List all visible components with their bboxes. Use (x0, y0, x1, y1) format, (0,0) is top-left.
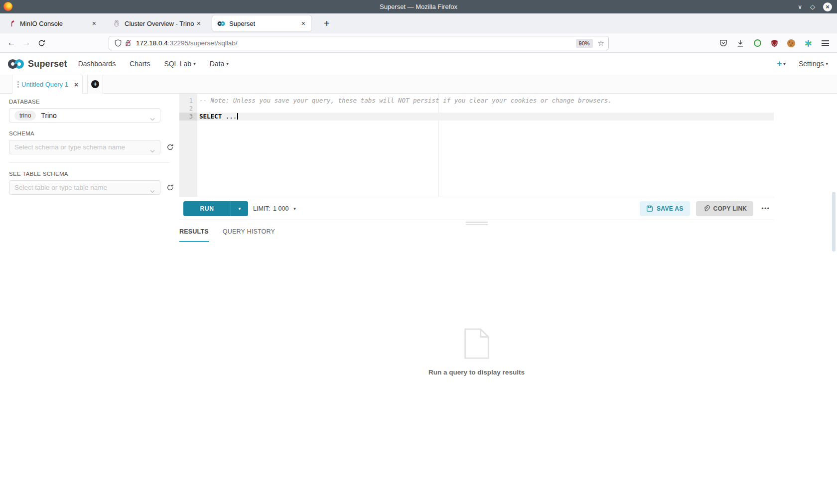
trino-icon (113, 19, 121, 27)
nav-sql-lab[interactable]: SQL Lab▾ (164, 60, 195, 68)
browser-tab-label: MinIO Console (20, 20, 90, 27)
insecure-lock-icon[interactable] (123, 38, 133, 48)
pinwheel-extension-icon[interactable] (803, 38, 813, 48)
refresh-schemas-icon[interactable] (165, 143, 174, 152)
line-number: 3 (179, 113, 197, 121)
firefox-logo-icon (3, 2, 12, 11)
editor-toolbar: RUN ▾ LIMIT: 1 000 ▾ SAVE AS COPY LINK •… (179, 197, 774, 220)
ublock-shield-icon[interactable] (769, 38, 779, 48)
query-tab-untitled-1[interactable]: Untitled Query 1 × (12, 75, 83, 94)
database-label: DATABASE (9, 99, 177, 105)
superset-favicon-icon (217, 19, 225, 27)
chevron-down-icon: ▾ (293, 206, 296, 211)
south-pane: RESULTS QUERY HISTORY Run a query to dis… (179, 220, 774, 504)
save-as-label: SAVE AS (657, 205, 683, 212)
database-select[interactable]: trino Trino (9, 108, 160, 123)
chevron-down-icon: ▾ (826, 61, 828, 66)
chevron-down-icon: ▾ (783, 61, 786, 66)
editor-gutter: 1 2 3 (179, 94, 197, 197)
query-tab-close-icon[interactable]: × (74, 81, 78, 89)
settings-menu[interactable]: Settings▾ (799, 60, 828, 68)
table-placeholder: Select table or type table name (14, 184, 107, 191)
tab-close-icon[interactable]: × (90, 19, 98, 27)
sqllab-sidebar: DATABASE trino Trino SCHEMA Select schem… (0, 94, 177, 504)
save-as-button[interactable]: SAVE AS (640, 201, 690, 216)
code-line (197, 105, 774, 113)
results-empty-state: Run a query to display results (179, 328, 774, 376)
schema-placeholder: Select schema or type schema name (14, 143, 125, 151)
database-selected-value: Trino (41, 112, 56, 120)
schema-select[interactable]: Select schema or type schema name (9, 140, 160, 154)
browser-tab-minio[interactable]: MinIO Console × (3, 15, 102, 31)
sqllab-main-pane: 1 2 3 -- Note: Unless you save your quer… (179, 94, 774, 504)
sql-editor[interactable]: 1 2 3 -- Note: Unless you save your quer… (179, 94, 774, 197)
browser-tabstrip: MinIO Console × Cluster Overview - Trino… (0, 13, 837, 33)
browser-tab-trino[interactable]: Cluster Overview - Trino × (108, 15, 207, 31)
chevron-down-icon (150, 186, 155, 195)
cookie-extension-icon[interactable] (786, 38, 796, 48)
more-actions-button[interactable]: ••• (761, 205, 770, 212)
run-query-button[interactable]: RUN ▾ (183, 201, 248, 216)
line-number: 1 (179, 97, 197, 105)
minio-icon (8, 19, 16, 27)
nav-data[interactable]: Data▾ (210, 60, 229, 68)
plus-circle-icon: + (91, 80, 99, 88)
pocket-icon[interactable] (718, 38, 728, 48)
query-tabstrip: Untitled Query 1 × + (0, 75, 837, 94)
tab-query-history[interactable]: QUERY HISTORY (223, 228, 275, 242)
chevron-down-icon: ▾ (226, 61, 229, 66)
tab-close-icon[interactable]: × (195, 19, 203, 27)
url-host: 172.18.0.4 (136, 39, 168, 47)
run-options-button[interactable]: ▾ (231, 201, 248, 216)
sql-keyword: SELECT (199, 113, 222, 120)
bookmark-star-icon[interactable]: ☆ (598, 39, 604, 48)
back-button[interactable]: ← (4, 35, 19, 50)
browser-tab-label: Cluster Overview - Trino (125, 20, 195, 27)
browser-tab-label: Superset (229, 20, 299, 27)
chevron-down-icon: ▾ (238, 206, 241, 211)
empty-document-icon (463, 328, 490, 360)
schema-label: SCHEMA (9, 130, 177, 136)
add-query-tab-button[interactable]: + (87, 75, 103, 94)
save-icon (646, 205, 653, 212)
sql-comment: -- Note: Unless you save your query, the… (199, 97, 612, 104)
zoom-level-badge[interactable]: 90% (576, 39, 593, 48)
nav-charts[interactable]: Charts (130, 60, 150, 68)
forward-button[interactable]: → (19, 35, 34, 50)
url-path: :32295/superset/sqllab/ (168, 39, 238, 47)
nav-dashboards[interactable]: Dashboards (78, 60, 116, 68)
text-cursor (237, 113, 238, 120)
refresh-tables-icon[interactable] (165, 183, 174, 192)
window-title: Superset — Mozilla Firefox (0, 3, 837, 10)
chevron-down-icon: ▾ (193, 61, 196, 66)
page-scrollbar-thumb[interactable] (832, 192, 836, 252)
copy-link-label: COPY LINK (713, 205, 747, 212)
browser-tab-superset[interactable]: Superset × (212, 15, 311, 31)
window-minimize-button[interactable]: ∨ (798, 4, 802, 10)
link-icon (702, 205, 710, 212)
shield-icon[interactable] (113, 38, 123, 48)
window-titlebar: Superset — Mozilla Firefox ∨ ◇ × (0, 0, 837, 13)
address-bar[interactable]: 172.18.0.4:32295/superset/sqllab/ 90% ☆ (109, 36, 609, 50)
limit-label: LIMIT: (253, 205, 270, 212)
brand-name: Superset (28, 59, 67, 69)
superset-logo[interactable]: Superset (7, 58, 67, 70)
extension-green-icon[interactable] (752, 38, 762, 48)
new-item-button[interactable]: +▾ (777, 59, 785, 69)
table-select[interactable]: Select table or type table name (9, 180, 160, 195)
window-close-button[interactable]: × (823, 2, 832, 11)
tab-close-icon[interactable]: × (299, 19, 307, 27)
pane-resize-handle[interactable] (466, 222, 488, 226)
superset-header: Superset Dashboards Charts SQL Lab▾ Data… (0, 53, 837, 75)
window-maximize-button[interactable]: ◇ (810, 3, 815, 10)
browser-toolbar: ← → 172.18.0.4:32295/superset/sqllab/ 90… (0, 33, 837, 53)
tab-results[interactable]: RESULTS (179, 228, 209, 242)
menu-hamburger-icon[interactable] (820, 38, 830, 48)
new-tab-button[interactable]: + (320, 18, 334, 29)
downloads-icon[interactable] (735, 38, 745, 48)
copy-link-button[interactable]: COPY LINK (696, 201, 754, 216)
url-text: 172.18.0.4:32295/superset/sqllab/ (136, 39, 576, 47)
limit-control[interactable]: LIMIT: 1 000 ▾ (253, 205, 296, 212)
reload-button[interactable] (34, 35, 49, 50)
run-label[interactable]: RUN (183, 201, 231, 216)
